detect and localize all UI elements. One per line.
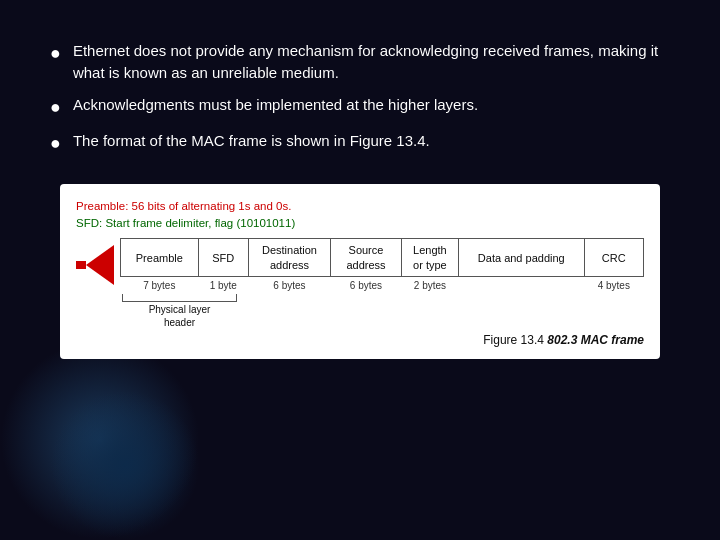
left-arrow <box>76 238 114 292</box>
frame-table: Preamble SFD Destinationaddress Sourcead… <box>120 238 644 292</box>
sfd-legend: SFD: Start frame delimiter, flag (101010… <box>76 217 295 229</box>
figure-title: 802.3 MAC frame <box>547 333 644 347</box>
bullet-text-2: Acknowledgments must be implemented at t… <box>73 94 478 116</box>
frame-table-wrapper: Preamble SFD Destinationaddress Sourcead… <box>76 238 644 292</box>
mac-frame-diagram: Preamble: 56 bits of alternating 1s and … <box>60 184 660 359</box>
figure-number: Figure 13.4 <box>483 333 544 347</box>
bullet-points: ● Ethernet does not provide any mechanis… <box>50 40 670 156</box>
bytes-preamble: 7 bytes <box>121 276 199 292</box>
bullet-item-3: ● The format of the MAC frame is shown i… <box>50 130 670 156</box>
field-crc: CRC <box>584 239 643 277</box>
bytes-src: 6 bytes <box>331 276 402 292</box>
field-data-padding: Data and padding <box>458 239 584 277</box>
frame-fields-row: Preamble SFD Destinationaddress Sourcead… <box>121 239 644 277</box>
figure-caption: Figure 13.4 802.3 MAC frame <box>76 333 644 347</box>
physical-brace-group: Physical layerheader <box>122 294 237 329</box>
arrow-head <box>86 245 114 285</box>
bullet-item-1: ● Ethernet does not provide any mechanis… <box>50 40 670 84</box>
field-sfd: SFD <box>198 239 248 277</box>
brace-top <box>123 301 236 302</box>
bullet-item-2: ● Acknowledgments must be implemented at… <box>50 94 670 120</box>
bytes-row: 7 bytes 1 byte 6 bytes 6 bytes 2 bytes 4… <box>121 276 644 292</box>
field-preamble: Preamble <box>121 239 199 277</box>
brace-visual <box>122 294 237 302</box>
field-dest-addr: Destinationaddress <box>248 239 330 277</box>
physical-layer-section: Physical layerheader <box>122 294 644 329</box>
physical-layer-label: Physical layerheader <box>149 303 211 329</box>
field-src-addr: Sourceaddress <box>331 239 402 277</box>
bytes-sfd: 1 byte <box>198 276 248 292</box>
bullet-dot-3: ● <box>50 131 61 156</box>
preamble-legend: Preamble: 56 bits of alternating 1s and … <box>76 200 291 212</box>
bytes-length: 2 bytes <box>401 276 458 292</box>
diagram-legend: Preamble: 56 bits of alternating 1s and … <box>76 198 644 233</box>
bytes-crc: 4 bytes <box>584 276 643 292</box>
bytes-dest: 6 bytes <box>248 276 330 292</box>
bullet-text-1: Ethernet does not provide any mechanism … <box>73 40 670 84</box>
arrow-tail <box>76 261 86 269</box>
bytes-data <box>458 276 584 292</box>
brace-right <box>236 294 237 302</box>
bullet-text-3: The format of the MAC frame is shown in … <box>73 130 430 152</box>
bullet-dot-1: ● <box>50 41 61 66</box>
field-length-type: Lengthor type <box>401 239 458 277</box>
bullet-dot-2: ● <box>50 95 61 120</box>
